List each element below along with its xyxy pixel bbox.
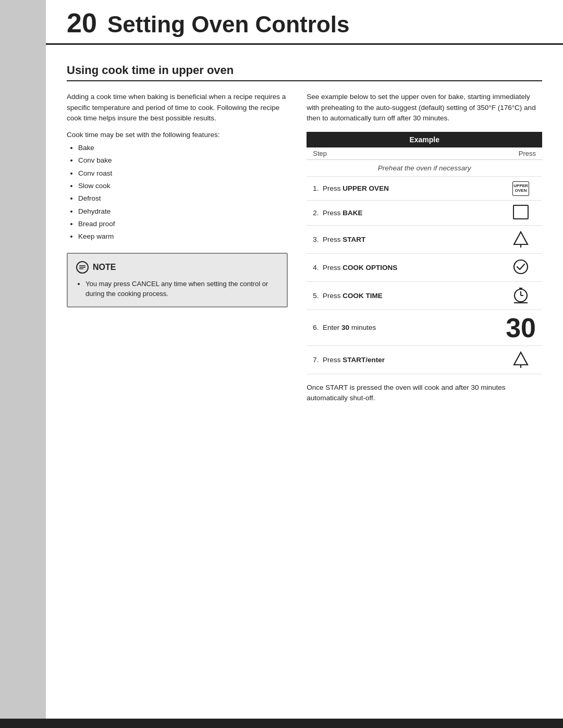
main-content: Using cook time in upper oven Adding a c… (46, 45, 563, 424)
features-label: Cook time may be set with the following … (67, 131, 288, 139)
start-enter-icon (512, 350, 530, 368)
svg-marker-12 (514, 352, 528, 365)
step-6-text: 6. Enter 30 minutes (307, 310, 499, 346)
section-title: Using cook time in upper oven (67, 64, 542, 81)
right-intro: See example below to set the upper oven … (307, 92, 542, 124)
col-step-label: Step (307, 147, 499, 160)
step-7-text: 7. Press START/enter (307, 346, 499, 374)
step-5-bold: COOK TIME (342, 292, 383, 300)
svg-rect-0 (79, 265, 85, 266)
cook-options-icon (512, 258, 530, 276)
table-row: 3. Press START (307, 225, 542, 253)
list-item: Keep warm (78, 230, 288, 243)
svg-marker-3 (514, 232, 528, 244)
step-7-icon-cell (499, 346, 542, 374)
header: 20 Setting Oven Controls (46, 0, 563, 45)
step-6-bold: 30 (341, 324, 349, 331)
step-3-prefix: 3. Press (313, 236, 342, 243)
step-3-text: 3. Press START (307, 225, 499, 253)
list-item: Bread proof (78, 218, 288, 230)
note-title-row: NOTE (76, 261, 278, 274)
list-item: Bake (78, 142, 288, 154)
note-icon (76, 261, 89, 274)
bake-icon (513, 205, 529, 219)
table-row: 4. Press COOK OPTIONS (307, 253, 542, 281)
svg-rect-2 (79, 268, 83, 269)
step-2-bold: BAKE (342, 209, 362, 217)
example-table: Example Step Press Preheat the oven if n… (307, 132, 542, 374)
sidebar (0, 0, 46, 728)
step-1-text: 1. Press UPPER OVEN (307, 177, 499, 201)
page-title: Setting Oven Controls (107, 12, 349, 37)
step-1-icon-cell: UPPEROVEN (499, 177, 542, 201)
preheat-row: Preheat the oven if necessary (307, 160, 542, 177)
step-3-bold: START (342, 236, 365, 243)
table-row: 6. Enter 30 minutes 30 (307, 310, 542, 346)
step-1-bold: UPPER OVEN (342, 184, 389, 192)
step-2-icon-cell (499, 200, 542, 225)
step-5-text: 5. Press COOK TIME (307, 281, 499, 310)
page-number: 20 (67, 9, 98, 36)
step-4-bold: COOK OPTIONS (342, 264, 397, 272)
step-7-bold: START/enter (342, 356, 385, 364)
step-5-prefix: 5. Press (313, 292, 342, 300)
note-item: You may press CANCEL any time when setti… (85, 279, 278, 299)
right-column: See example below to set the upper oven … (307, 92, 542, 403)
cook-time-icon (512, 286, 530, 304)
subheader-row: Step Press (307, 147, 542, 160)
table-row: 7. Press START/enter (307, 346, 542, 374)
features-list: Bake Conv bake Conv roast Slow cook Defr… (67, 142, 288, 243)
bottom-bar (0, 719, 563, 728)
list-item: Slow cook (78, 180, 288, 192)
example-header: Example (307, 132, 542, 147)
step-1-prefix: 1. Press (313, 184, 342, 192)
step-4-prefix: 4. Press (313, 264, 342, 272)
left-column: Adding a cook time when baking is benefi… (67, 92, 288, 403)
step-2-prefix: 2. Press (313, 209, 342, 217)
note-box: NOTE You may press CANCEL any time when … (67, 253, 288, 307)
step-6-icon-cell: 30 (499, 310, 542, 346)
big-number-30: 30 (506, 313, 536, 343)
two-column-layout: Adding a cook time when baking is benefi… (67, 92, 542, 403)
table-row: 5. Press COOK TIME (307, 281, 542, 310)
step-6-prefix: 6. Enter (313, 324, 341, 331)
table-header-row: Example (307, 132, 542, 147)
note-list: You may press CANCEL any time when setti… (76, 279, 278, 299)
step-7-prefix: 7. Press (313, 356, 342, 364)
note-title: NOTE (93, 263, 116, 272)
list-item: Conv roast (78, 167, 288, 180)
step-6-suffix: minutes (349, 324, 376, 331)
col-press-label: Press (499, 147, 542, 160)
step-4-text: 4. Press COOK OPTIONS (307, 253, 499, 281)
start-icon (512, 230, 530, 248)
table-row: 2. Press BAKE (307, 200, 542, 225)
svg-point-5 (514, 260, 528, 274)
list-item: Conv bake (78, 154, 288, 167)
footer-text: Once START is pressed the oven will cook… (307, 382, 542, 404)
preheat-note: Preheat the oven if necessary (307, 160, 542, 177)
svg-rect-1 (79, 267, 85, 268)
upper-oven-icon: UPPEROVEN (512, 181, 529, 196)
intro-paragraph: Adding a cook time when baking is benefi… (67, 92, 288, 124)
step-2-text: 2. Press BAKE (307, 200, 499, 225)
list-item: Dehydrate (78, 205, 288, 218)
step-4-icon-cell (499, 253, 542, 281)
list-item: Defrost (78, 192, 288, 205)
step-5-icon-cell (499, 281, 542, 310)
step-3-icon-cell (499, 225, 542, 253)
table-row: 1. Press UPPER OVEN UPPEROVEN (307, 177, 542, 201)
